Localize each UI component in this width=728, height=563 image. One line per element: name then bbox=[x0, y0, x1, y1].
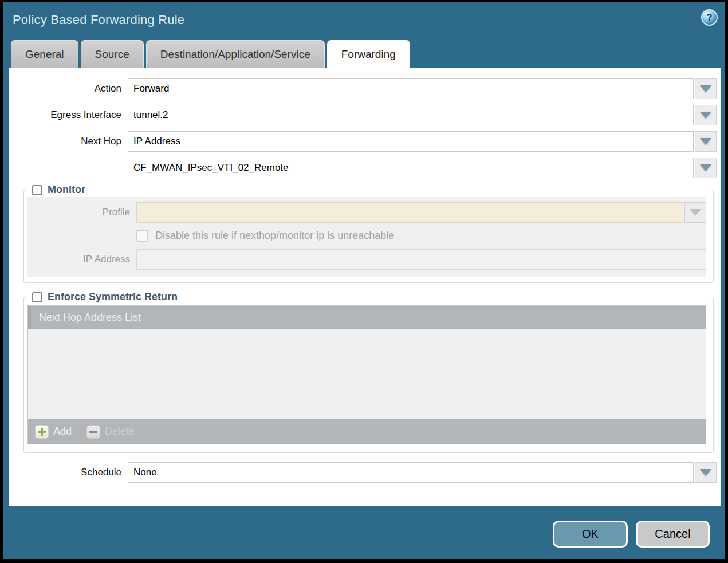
monitor-checkbox[interactable] bbox=[32, 185, 42, 195]
enforce-symmetric-return-legend: Enforce Symmetric Return bbox=[29, 291, 181, 303]
profile-input-disabled bbox=[136, 202, 683, 223]
schedule-label: Schedule bbox=[9, 467, 128, 478]
enforce-symmetric-return-fieldset: Enforce Symmetric Return Next Hop Addres… bbox=[23, 291, 714, 453]
next-hop-address-dropdown-button[interactable] bbox=[695, 158, 717, 178]
monitor-legend: Monitor bbox=[29, 184, 89, 196]
delete-button-label: Delete bbox=[105, 426, 135, 438]
tab-bar: General Source Destination/Application/S… bbox=[3, 38, 725, 68]
monitor-legend-label: Monitor bbox=[48, 184, 85, 196]
chevron-down-icon bbox=[700, 469, 711, 476]
next-hop-address-value[interactable]: CF_MWAN_IPsec_VTI_02_Remote bbox=[128, 158, 694, 178]
delete-button-disabled: Delete bbox=[86, 425, 135, 439]
next-hop-address-combobox: CF_MWAN_IPsec_VTI_02_Remote bbox=[128, 158, 717, 178]
enforce-symmetric-return-legend-label: Enforce Symmetric Return bbox=[48, 291, 178, 303]
monitor-panel: Profile Disable this rule if nexthop/mon… bbox=[27, 197, 706, 277]
action-row: Action Forward bbox=[9, 78, 721, 99]
schedule-dropdown-button[interactable] bbox=[695, 462, 717, 483]
next-hop-address-row: CF_MWAN_IPsec_VTI_02_Remote bbox=[9, 158, 721, 178]
title-bar: Policy Based Forwarding Rule ? bbox=[3, 2, 725, 38]
plus-icon bbox=[35, 425, 49, 439]
monitor-fieldset: Monitor Profile Disable this rule if nex… bbox=[23, 184, 714, 283]
tab-forwarding[interactable]: Forwarding bbox=[327, 40, 410, 68]
disable-rule-checkbox-disabled bbox=[136, 230, 148, 242]
schedule-row: Schedule None bbox=[9, 462, 721, 483]
add-button[interactable]: Add bbox=[35, 425, 72, 439]
enforce-symmetric-return-checkbox[interactable] bbox=[32, 292, 42, 302]
next-hop-row: Next Hop IP Address bbox=[9, 131, 721, 152]
tab-destination-application-service[interactable]: Destination/Application/Service bbox=[146, 40, 325, 68]
add-button-label: Add bbox=[53, 426, 72, 438]
ok-button[interactable]: OK bbox=[553, 521, 628, 548]
tab-general[interactable]: General bbox=[11, 40, 78, 68]
next-hop-address-list-table: Next Hop Address List Add Delete bbox=[27, 305, 706, 444]
disable-rule-label: Disable this rule if nexthop/monitor ip … bbox=[155, 230, 394, 242]
next-hop-type-dropdown-button[interactable] bbox=[695, 131, 717, 152]
profile-dropdown-button-disabled bbox=[684, 202, 706, 223]
next-hop-address-list-body[interactable] bbox=[28, 329, 706, 419]
tab-source[interactable]: Source bbox=[81, 40, 144, 68]
monitor-disable-rule-row: Disable this rule if nexthop/monitor ip … bbox=[27, 230, 706, 242]
next-hop-address-list-footer: Add Delete bbox=[28, 419, 706, 444]
action-label: Action bbox=[9, 83, 128, 95]
schedule-value[interactable]: None bbox=[128, 462, 694, 483]
chevron-down-icon bbox=[690, 209, 701, 216]
monitor-ip-address-input-disabled bbox=[136, 249, 706, 270]
cancel-button[interactable]: Cancel bbox=[636, 521, 710, 548]
tab-content-forwarding: Action Forward Egress Interface tunnel.2… bbox=[9, 68, 721, 506]
chevron-down-icon bbox=[700, 164, 711, 171]
egress-interface-value[interactable]: tunnel.2 bbox=[128, 105, 694, 125]
chevron-down-icon bbox=[700, 85, 711, 92]
help-icon[interactable]: ? bbox=[701, 9, 718, 26]
action-value[interactable]: Forward bbox=[128, 78, 694, 99]
minus-icon bbox=[86, 425, 100, 439]
next-hop-type-value[interactable]: IP Address bbox=[128, 131, 694, 152]
profile-label: Profile bbox=[27, 207, 136, 218]
egress-interface-label: Egress Interface bbox=[9, 109, 128, 121]
egress-interface-dropdown-button[interactable] bbox=[695, 105, 717, 125]
dialog-footer: OK Cancel bbox=[3, 506, 725, 559]
egress-interface-row: Egress Interface tunnel.2 bbox=[9, 105, 721, 125]
monitor-profile-row: Profile bbox=[27, 202, 706, 223]
action-combobox: Forward bbox=[128, 78, 717, 99]
chevron-down-icon bbox=[700, 138, 711, 145]
policy-based-forwarding-dialog: Policy Based Forwarding Rule ? General S… bbox=[0, 0, 728, 563]
schedule-combobox: None bbox=[128, 462, 717, 483]
monitor-ip-address-label: IP Address bbox=[27, 254, 136, 265]
next-hop-type-combobox: IP Address bbox=[128, 131, 717, 152]
dialog-title: Policy Based Forwarding Rule bbox=[3, 13, 184, 27]
chevron-down-icon bbox=[700, 112, 711, 119]
monitor-ip-address-row: IP Address bbox=[27, 249, 706, 270]
next-hop-address-list-header: Next Hop Address List bbox=[28, 306, 706, 329]
action-dropdown-button[interactable] bbox=[695, 78, 717, 99]
egress-interface-combobox: tunnel.2 bbox=[128, 105, 717, 125]
next-hop-label: Next Hop bbox=[9, 136, 128, 147]
